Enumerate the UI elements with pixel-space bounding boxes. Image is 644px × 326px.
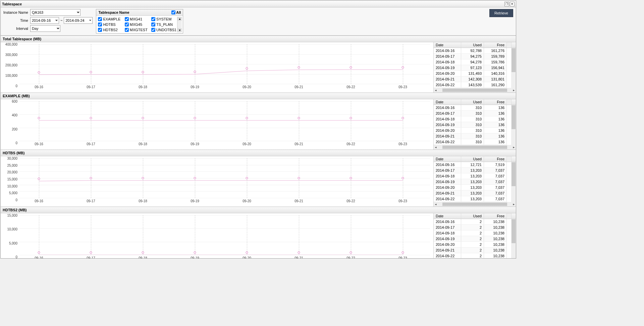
table-row[interactable]: 2014-09-1997,123156,941 xyxy=(434,65,507,71)
retrieve-button[interactable]: Retrieve xyxy=(489,9,513,17)
hscrollbar[interactable]: ◄► xyxy=(434,202,516,207)
ytick: 10,000 xyxy=(7,184,17,188)
table-row[interactable]: 2014-09-19210,238 xyxy=(434,236,507,242)
col-free[interactable]: Free xyxy=(484,42,507,48)
toolbar: Instance Name QA163 Time 2014-09-16 ~ 20… xyxy=(1,7,516,36)
tablespace-item[interactable]: HDTBS xyxy=(97,22,124,27)
line-dot xyxy=(246,177,248,179)
tablespace-item[interactable]: SYSTEM xyxy=(151,17,177,21)
tablespace-checkbox[interactable] xyxy=(125,17,129,21)
tablespace-checkbox[interactable] xyxy=(151,22,155,26)
table-row[interactable]: 2014-09-1612,7217,519 xyxy=(434,162,507,168)
tablespace-checkbox[interactable] xyxy=(151,17,155,21)
ytick: 10,000 xyxy=(7,227,17,231)
col-date[interactable]: Date xyxy=(434,213,461,219)
cell-used: 12,721 xyxy=(461,162,484,167)
col-date[interactable]: Date xyxy=(434,99,461,105)
ytick: 300,000 xyxy=(5,53,17,57)
interval-select[interactable]: Day xyxy=(30,25,60,32)
table-row[interactable]: 2014-09-22310136 xyxy=(434,139,507,145)
table-row[interactable]: 2014-09-21310136 xyxy=(434,133,507,139)
table-row[interactable]: 2014-09-1913,2037,037 xyxy=(434,179,507,185)
col-date[interactable]: Date xyxy=(434,156,461,162)
table-row[interactable]: 2014-09-16210,238 xyxy=(434,219,507,225)
cell-used: 2 xyxy=(461,248,484,253)
line-dot xyxy=(350,117,352,119)
col-free[interactable]: Free xyxy=(484,156,507,162)
vscrollbar[interactable] xyxy=(511,162,516,202)
tablespace-item[interactable]: HDTBS2 xyxy=(97,28,124,32)
col-date[interactable]: Date xyxy=(434,42,461,48)
tablespace-item[interactable]: MXG45 xyxy=(124,22,151,27)
tablespace-checkbox[interactable] xyxy=(151,28,155,32)
table-row[interactable]: 2014-09-20310136 xyxy=(434,128,507,133)
tablespace-item[interactable]: EXAMPLE xyxy=(97,17,124,21)
instance-select[interactable]: QA163 xyxy=(30,9,80,16)
vscrollbar[interactable] xyxy=(511,219,516,258)
tablespace-checkbox[interactable] xyxy=(98,22,102,26)
tablespace-item[interactable]: MXGTEST xyxy=(124,28,151,32)
table-row[interactable]: 2014-09-21210,238 xyxy=(434,248,507,253)
table-row[interactable]: 2014-09-16310136 xyxy=(434,105,507,111)
date-from[interactable]: 2014-09-16 xyxy=(30,17,59,24)
tablespace-item[interactable]: MXG41 xyxy=(124,17,151,21)
line-dot xyxy=(402,177,404,179)
hscrollbar[interactable]: ◄► xyxy=(434,88,516,93)
table-row[interactable]: 2014-09-1692,788161,276 xyxy=(434,48,507,54)
col-used[interactable]: Used xyxy=(461,156,484,162)
table-row[interactable]: 2014-09-20131,493140,316 xyxy=(434,71,507,76)
table-row[interactable]: 2014-09-18210,238 xyxy=(434,230,507,236)
date-to[interactable]: 2014-09-24 xyxy=(64,17,93,24)
content[interactable]: Total Tablespace (MB)0100,000200,000300,… xyxy=(1,36,516,258)
table-row[interactable]: 2014-09-2113,2037,037 xyxy=(434,191,507,196)
xlabel: 09-21 xyxy=(294,199,303,203)
tablespace-checkbox[interactable] xyxy=(98,17,102,21)
ytick: 5,000 xyxy=(9,191,17,195)
hscrollbar[interactable]: ◄► xyxy=(434,145,516,150)
cell-used: 310 xyxy=(461,105,484,110)
vscrollbar[interactable] xyxy=(511,48,516,88)
maximize-icon[interactable]: ❐ xyxy=(504,2,509,6)
line-dot xyxy=(194,177,196,179)
tablespace-item[interactable]: TS_PLAN xyxy=(151,22,177,27)
table-row[interactable]: 2014-09-22210,238 xyxy=(434,253,507,258)
table-row[interactable]: 2014-09-1713,2037,037 xyxy=(434,168,507,173)
line-dot xyxy=(298,251,300,254)
table-row[interactable]: 2014-09-1794,275159,789 xyxy=(434,54,507,59)
tablespace-checkbox[interactable] xyxy=(98,28,102,32)
col-used[interactable]: Used xyxy=(461,213,484,219)
xlabel: 09-20 xyxy=(243,256,251,258)
tablespace-item[interactable]: UNDOTBS1 xyxy=(151,28,177,32)
col-free[interactable]: Free xyxy=(484,99,507,105)
table-row[interactable]: 2014-09-1813,2037,037 xyxy=(434,173,507,179)
tablespace-item-label: TS_PLAN xyxy=(156,22,173,26)
xlabel: 09-22 xyxy=(346,85,355,89)
table-row[interactable]: 2014-09-21142,308131,801 xyxy=(434,76,507,82)
chevron-down-icon[interactable]: ▼ xyxy=(177,28,182,32)
table-row[interactable]: 2014-09-17210,238 xyxy=(434,225,507,230)
table-row[interactable]: 2014-09-19310136 xyxy=(434,122,507,128)
chevron-up-icon[interactable]: ▲ xyxy=(177,17,182,21)
table-row[interactable]: 2014-09-1894,278159,786 xyxy=(434,59,507,65)
col-used[interactable]: Used xyxy=(461,99,484,105)
table-row[interactable]: 2014-09-20210,238 xyxy=(434,242,507,248)
line-dot xyxy=(298,177,300,179)
table-row[interactable]: 2014-09-2013,2037,037 xyxy=(434,185,507,191)
cell-date: 2014-09-21 xyxy=(434,191,461,196)
tablespace-checkbox[interactable] xyxy=(125,22,129,26)
close-icon[interactable]: ✕ xyxy=(510,2,515,6)
table-row[interactable]: 2014-09-22143,539161,290 xyxy=(434,82,507,88)
vscrollbar[interactable] xyxy=(511,105,516,145)
cell-free: 136 xyxy=(484,122,507,127)
tablespace-all-checkbox[interactable] xyxy=(171,10,175,14)
tablespace-checkbox[interactable] xyxy=(125,28,129,32)
col-used[interactable]: Used xyxy=(461,42,484,48)
col-free[interactable]: Free xyxy=(484,213,507,219)
cell-used: 94,278 xyxy=(461,59,484,65)
table-row[interactable]: 2014-09-17310136 xyxy=(434,111,507,116)
table-row[interactable]: 2014-09-18310136 xyxy=(434,116,507,122)
window-title: Tablespace xyxy=(2,2,504,6)
table-row[interactable]: 2014-09-2213,2037,037 xyxy=(434,196,507,202)
cell-date: 2014-09-16 xyxy=(434,219,461,224)
tablespace-scroll[interactable]: ▲ ▼ xyxy=(177,17,182,32)
